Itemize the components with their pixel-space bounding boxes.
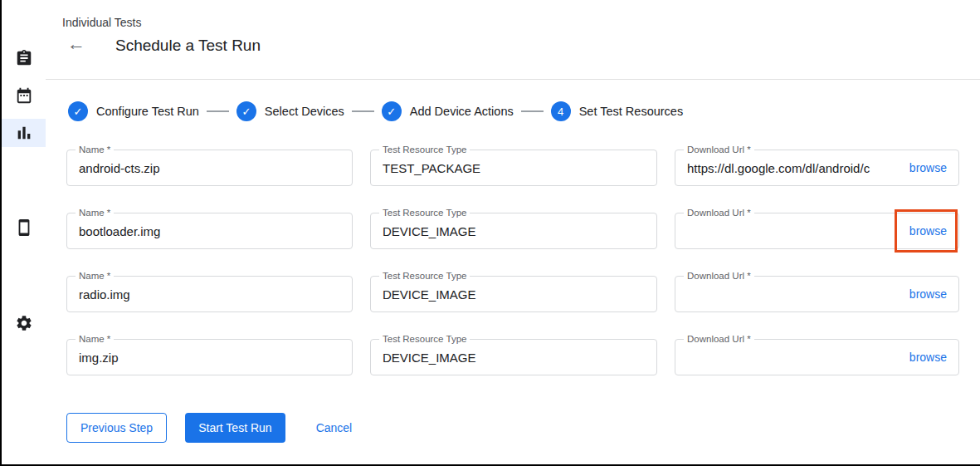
- url-field-label: Download Url *: [684, 271, 754, 281]
- url-field-4[interactable]: Download Url * browse: [675, 339, 959, 375]
- name-field-1[interactable]: Name * android-cts.zip: [66, 150, 353, 186]
- test-runs-icon: [15, 124, 33, 142]
- name-field-label: Name *: [76, 145, 114, 155]
- form-actions: Previous Step Start Test Run Cancel: [66, 413, 352, 443]
- browse-link-1[interactable]: browse: [909, 161, 947, 174]
- name-field-label: Name *: [76, 271, 114, 281]
- page-title: Schedule a Test Run: [115, 37, 261, 55]
- step-set-test-resources[interactable]: 4 Set Test Resources: [551, 101, 683, 121]
- start-test-run-button[interactable]: Start Test Run: [185, 413, 285, 443]
- step-add-device-actions[interactable]: ✓ Add Device Actions: [382, 101, 514, 121]
- schedule-test-run-page: Individual Tests ← Schedule a Test Run ✓…: [0, 0, 980, 466]
- type-field-label: Test Resource Type: [379, 145, 470, 155]
- name-field-value: bootloader.img: [79, 224, 340, 238]
- type-field-label: Test Resource Type: [379, 208, 470, 218]
- stepper: ✓ Configure Test Run ✓ Select Devices ✓ …: [68, 101, 683, 121]
- sidebar: [2, 0, 46, 464]
- step-configure-test-run[interactable]: ✓ Configure Test Run: [68, 101, 199, 121]
- step-label: Add Device Actions: [410, 105, 514, 118]
- url-field-1[interactable]: Download Url * https://dl.google.com/dl/…: [675, 150, 959, 186]
- sidebar-item-devices[interactable]: [2, 213, 46, 242]
- settings-icon: [15, 314, 33, 332]
- devices-icon: [15, 218, 33, 237]
- name-field-label: Name *: [76, 334, 114, 344]
- name-field-4[interactable]: Name * img.zip: [66, 339, 353, 375]
- name-field-value: radio.img: [79, 287, 340, 302]
- type-field-value: DEVICE_IMAGE: [383, 351, 645, 365]
- cancel-button[interactable]: Cancel: [316, 413, 353, 443]
- name-field-value: img.zip: [79, 351, 340, 365]
- check-icon: ✓: [68, 101, 88, 121]
- type-field-value: DEVICE_IMAGE: [383, 287, 645, 302]
- header-divider: [46, 79, 980, 80]
- step-label: Select Devices: [265, 105, 344, 118]
- sidebar-item-test-runs[interactable]: [2, 119, 46, 147]
- back-arrow-icon[interactable]: ←: [67, 35, 85, 53]
- check-icon: ✓: [382, 101, 402, 121]
- url-field-3[interactable]: Download Url * browse: [675, 276, 959, 312]
- previous-step-button[interactable]: Previous Step: [66, 413, 167, 443]
- url-field-label: Download Url *: [684, 145, 754, 155]
- type-field-1[interactable]: Test Resource Type TEST_PACKAGE: [370, 150, 657, 186]
- type-field-3[interactable]: Test Resource Type DEVICE_IMAGE: [370, 276, 657, 312]
- step-connector: [521, 110, 544, 112]
- step-connector: [352, 110, 374, 112]
- tests-icon: [15, 49, 33, 67]
- sidebar-item-settings[interactable]: [2, 309, 46, 337]
- test-resources-form: Name * android-cts.zip Test Resource Typ…: [66, 150, 959, 375]
- type-field-label: Test Resource Type: [379, 334, 470, 344]
- browse-link-4[interactable]: browse: [909, 351, 947, 364]
- type-field-4[interactable]: Test Resource Type DEVICE_IMAGE: [370, 339, 657, 375]
- name-field-value: android-cts.zip: [79, 161, 340, 175]
- step-label: Configure Test Run: [96, 105, 199, 118]
- sidebar-item-tests[interactable]: [2, 44, 46, 72]
- check-icon: ✓: [236, 101, 256, 121]
- step-connector: [207, 110, 229, 112]
- step-select-devices[interactable]: ✓ Select Devices: [236, 101, 344, 121]
- url-field-label: Download Url *: [684, 208, 754, 218]
- type-field-2[interactable]: Test Resource Type DEVICE_IMAGE: [370, 213, 657, 249]
- name-field-label: Name *: [76, 208, 114, 218]
- breadcrumb: Individual Tests: [62, 16, 141, 29]
- schedule-icon: [15, 86, 33, 105]
- browse-link-2[interactable]: browse: [909, 224, 947, 238]
- step-number: 4: [551, 101, 571, 121]
- step-label: Set Test Resources: [579, 105, 683, 118]
- type-field-label: Test Resource Type: [379, 271, 470, 281]
- url-field-label: Download Url *: [684, 334, 754, 344]
- type-field-value: TEST_PACKAGE: [383, 161, 645, 175]
- url-field-value: https://dl.google.com/dl/android/c: [687, 161, 904, 175]
- type-field-value: DEVICE_IMAGE: [383, 224, 645, 238]
- sidebar-item-schedule[interactable]: [2, 81, 46, 110]
- browse-link-3[interactable]: browse: [909, 287, 947, 301]
- name-field-3[interactable]: Name * radio.img: [66, 276, 353, 312]
- name-field-2[interactable]: Name * bootloader.img: [66, 213, 353, 249]
- url-field-2[interactable]: Download Url * browse: [675, 213, 959, 249]
